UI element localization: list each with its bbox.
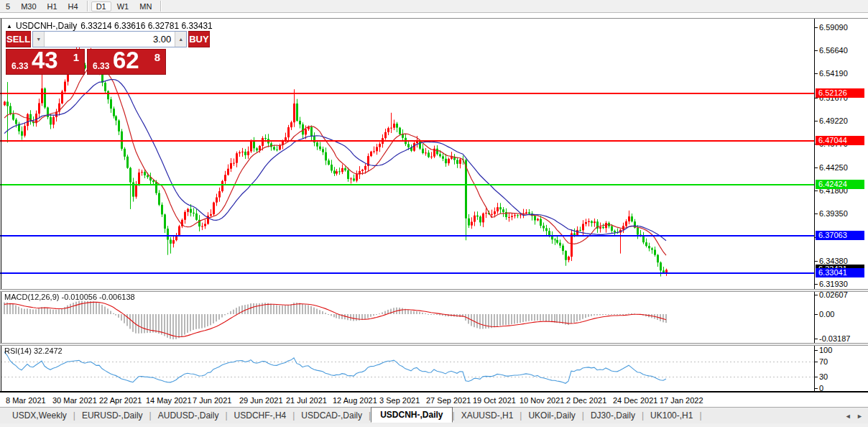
axis-tick-label: 100 — [819, 346, 832, 354]
date-tick-label: 8 Mar 2021 — [6, 396, 46, 405]
axis-tick-mark — [815, 377, 818, 377]
buy-price-sup: 8 — [154, 51, 160, 63]
one-click-trading-panel: SELL ▼ ▲ BUY 6.33 43 1 6.33 62 8 — [6, 31, 167, 75]
chart-tab-usdx-weekly[interactable]: USDX,Weekly — [6, 408, 73, 423]
axis-tick-mark — [815, 314, 818, 315]
chart-tab-usdcad-daily[interactable]: USDCAD-,Daily — [295, 408, 369, 423]
axis-tick-mark — [815, 121, 818, 121]
axis-tick-mark — [815, 362, 818, 362]
collapse-arrow-icon[interactable]: ▲ — [6, 23, 12, 29]
tab-scroll-left-icon[interactable]: ◄ — [845, 413, 851, 420]
axis-tick-label: 30 — [819, 372, 828, 381]
axis-tick-label: 6.39350 — [819, 209, 848, 218]
tab-scroll-right-icon[interactable]: ► — [857, 413, 863, 420]
axis-tick-label: 6.54190 — [819, 69, 848, 78]
toolbar-gap — [0, 13, 868, 18]
date-tick-label: 22 Apr 2021 — [99, 396, 142, 405]
timeframe-button-H1[interactable]: H1 — [42, 1, 63, 12]
chart-tab-bar: USDX,Weekly|EURUSD-,Daily|AUDUSD-,Daily|… — [0, 407, 868, 423]
pane-splitter-macd[interactable] — [0, 289, 868, 292]
axis-tick-mark — [815, 98, 818, 98]
timeframe-button-5[interactable]: 5 — [1, 1, 15, 12]
macd-label: MACD(12,26,9) -0.010056 -0.006138 — [4, 293, 135, 301]
date-tick-label: 14 May 2021 — [146, 396, 192, 405]
chart-tab-usdcnh-daily[interactable]: USDCNH-,Daily — [371, 407, 452, 423]
chart-tab-dj30-daily[interactable]: DJ30-,Daily — [584, 408, 642, 423]
sell-price-box[interactable]: 6.33 43 1 — [6, 49, 85, 75]
timeframe-button-W1[interactable]: W1 — [112, 1, 134, 12]
timeframe-button-M30[interactable]: M30 — [16, 1, 41, 12]
axis-tick-mark — [815, 190, 818, 191]
tab-separator: | — [699, 410, 701, 421]
date-tick-label: 19 Oct 2021 — [473, 396, 516, 405]
date-tick-label: 17 Jan 2022 — [660, 396, 703, 405]
date-tick-label: 12 Aug 2021 — [333, 396, 377, 405]
symbol-label: USDCNH-,Daily — [16, 21, 77, 31]
toolbar-separator — [87, 1, 88, 12]
sell-button[interactable]: SELL — [6, 31, 31, 47]
axis-tick-mark — [815, 27, 818, 28]
buy-price-box[interactable]: 6.33 62 8 — [87, 49, 166, 75]
rsi-value: 32.2472 — [34, 346, 63, 355]
time-axis-line — [0, 391, 868, 392]
timeframe-toolbar: 5M30H1H4D1W1MN — [0, 0, 868, 13]
axis-tick-mark — [815, 388, 818, 389]
axis-tick-label: 6.44250 — [819, 163, 848, 172]
tab-scroll: ◄ ► — [841, 413, 863, 420]
date-tick-label: 30 Mar 2021 — [52, 396, 97, 405]
date-tick-label: 29 Jun 2021 — [239, 396, 283, 405]
volume-input[interactable] — [45, 32, 175, 47]
date-tick-label: 2 Dec 2021 — [566, 396, 606, 405]
chart-tab-xauusd-h1[interactable]: XAUUSD-,H1 — [455, 408, 520, 423]
price-chart-canvas[interactable] — [0, 19, 814, 392]
chart-tab-ukoil-daily[interactable]: UKOil-,Daily — [522, 408, 581, 423]
timeframe-button-H4[interactable]: H4 — [63, 1, 83, 12]
volume-increase-icon[interactable]: ▲ — [175, 32, 186, 47]
price-axis[interactable]: 6.590906.566406.541906.516706.492206.467… — [814, 19, 868, 392]
time-axis[interactable]: 8 Mar 202130 Mar 202122 Apr 202114 May 2… — [0, 393, 868, 408]
axis-tick-mark — [815, 339, 818, 339]
buy-button[interactable]: BUY — [188, 31, 209, 47]
chart-tab-uk100-h1[interactable]: UK100-,H1 — [644, 408, 699, 423]
axis-tick-mark — [815, 350, 818, 351]
rsi-name: RSI(14) — [4, 346, 32, 355]
level-price-label: 6.33041 — [816, 268, 864, 277]
date-tick-label: 21 Jul 2021 — [286, 396, 327, 405]
date-tick-label: 27 Sep 2021 — [426, 396, 471, 405]
volume-decrease-icon[interactable]: ▼ — [33, 32, 45, 47]
axis-tick-label: 6.56640 — [819, 46, 848, 55]
level-price-label: 6.47044 — [816, 136, 864, 145]
mt4-terminal: { "toolbar": {"items": ["5","M30","H1","… — [0, 0, 868, 427]
sell-price-big: 43 — [32, 47, 58, 74]
chart-title: ▲USDCNH-,Daily6.33214 6.33616 6.32781 6.… — [6, 21, 216, 31]
date-tick-label: 24 Dec 2021 — [613, 396, 657, 405]
axis-tick-label: 6.59090 — [819, 23, 848, 32]
chart-tab-eurusd-daily[interactable]: EURUSD-,Daily — [75, 408, 149, 423]
level-price-label: 6.37063 — [816, 231, 864, 240]
axis-tick-label: 6.49220 — [819, 116, 848, 125]
timeframe-button-D1[interactable]: D1 — [91, 1, 111, 12]
buy-price-prefix: 6.33 — [93, 61, 109, 71]
macd-name: MACD(12,26,9) — [4, 293, 59, 301]
timeframe-button-MN[interactable]: MN — [134, 1, 157, 12]
pane-splitter-rsi[interactable] — [0, 343, 868, 346]
ohlc-values: 6.33214 6.33616 6.32781 6.33431 — [80, 21, 213, 31]
sell-price-prefix: 6.33 — [11, 61, 28, 71]
date-tick-label: 3 Sep 2021 — [379, 396, 420, 405]
axis-tick-label: 6.31930 — [819, 280, 848, 288]
chart-tab-usdchf-h4[interactable]: USDCHF-,H4 — [228, 408, 293, 423]
chart-tab-audusd-daily[interactable]: AUDUSD-,Daily — [152, 408, 226, 423]
chart-window: ▲USDCNH-,Daily6.33214 6.33616 6.32781 6.… — [0, 18, 868, 408]
toolbar-separator — [160, 1, 162, 12]
axis-tick-mark — [815, 73, 818, 74]
buy-price-big: 62 — [113, 47, 139, 74]
rsi-label: RSI(14) 32.2472 — [4, 346, 63, 355]
date-tick-label: 7 Jun 2021 — [193, 396, 231, 405]
level-price-label: 6.52126 — [816, 88, 864, 98]
axis-tick-mark — [815, 284, 818, 285]
macd-values: -0.010056 -0.006138 — [61, 293, 134, 301]
axis-tick-label: 70 — [819, 357, 828, 366]
volume-stepper: ▼ ▲ — [32, 31, 187, 47]
axis-tick-mark — [815, 295, 818, 295]
axis-tick-label: 0.00 — [819, 310, 834, 318]
